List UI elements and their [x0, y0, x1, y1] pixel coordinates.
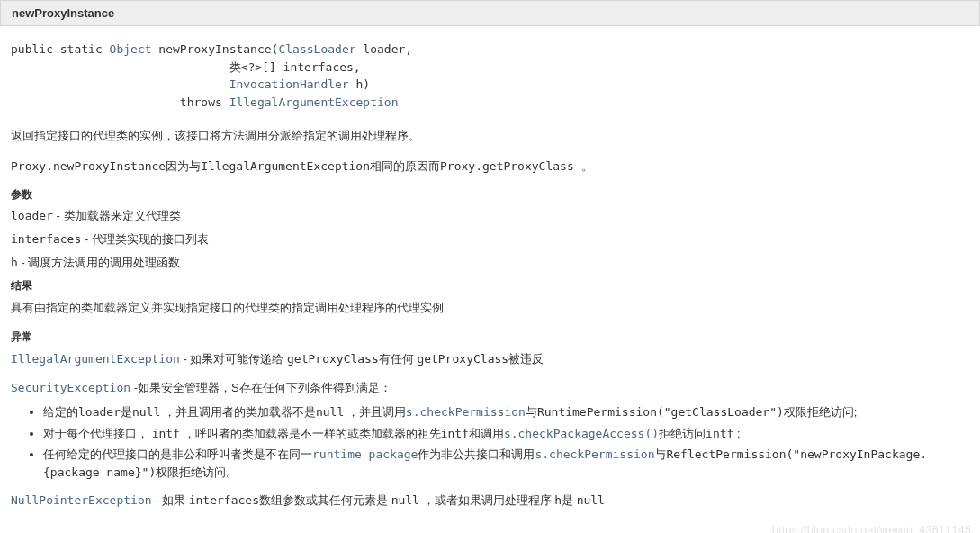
method-note: Proxy.newProxyInstance因为与IllegalArgument… [11, 158, 969, 176]
param-loader: loader - 类加载器来定义代理类 [11, 208, 969, 224]
param-interfaces: interfaces - 代理类实现的接口列表 [11, 231, 969, 248]
params-label: 参数 [11, 187, 969, 203]
method-link[interactable]: s.checkPackageAccess() [504, 427, 659, 440]
list-item: 任何给定的代理接口的是非公和呼叫者类是不在同一runtime package作为… [43, 446, 969, 481]
param-h: h - 调度方法调用的调用处理函数 [11, 255, 969, 271]
throws-null-pointer: NullPointerException - 如果 interfaces数组参数… [11, 492, 969, 510]
result-label: 结果 [11, 278, 969, 294]
list-item: 给定的loader是null ，并且调用者的类加载器不是null ，并且调用s.… [43, 403, 969, 421]
security-conditions-list: 给定的loader是null ，并且调用者的类加载器不是null ，并且调用s.… [43, 403, 969, 481]
method-description: 返回指定接口的代理类的实例，该接口将方法调用分派给指定的调用处理程序。 [11, 127, 969, 145]
throws-illegal-argument: IllegalArgumentException - 如果对可能传递给 getP… [11, 350, 969, 368]
result-text: 具有由指定的类加载器定义并实现指定接口的代理类的指定调用处理程序的代理实例 [11, 299, 969, 317]
throws-label: 异常 [11, 330, 969, 345]
exception-link[interactable]: SecurityException [11, 381, 130, 394]
doc-content: public static Object newProxyInstance(Cl… [0, 26, 980, 533]
method-link[interactable]: s.checkPermission [535, 447, 654, 461]
throws-type-link[interactable]: IllegalArgumentException [229, 95, 399, 109]
exception-link[interactable]: IllegalArgumentException [11, 352, 180, 366]
param-type-link[interactable]: ClassLoader [278, 42, 355, 56]
param-type-link[interactable]: InvocationHandler [229, 77, 349, 91]
method-link[interactable]: s.checkPermission [406, 405, 526, 419]
runtime-package-link[interactable]: runtime package [312, 447, 418, 461]
throws-security: SecurityException -如果安全管理器，S存在任何下列条件得到满足… [11, 380, 969, 396]
return-type-link[interactable]: Object [110, 42, 152, 56]
section-title: newProxyInstance [12, 6, 114, 20]
section-header: newProxyInstance [0, 0, 980, 26]
exception-link[interactable]: NullPointerException [11, 493, 152, 507]
method-signature: public static Object newProxyInstance(Cl… [11, 41, 969, 111]
list-item: 对于每个代理接口， intf ，呼叫者的类加载器是不一样的或类加载器的祖先int… [43, 425, 969, 443]
